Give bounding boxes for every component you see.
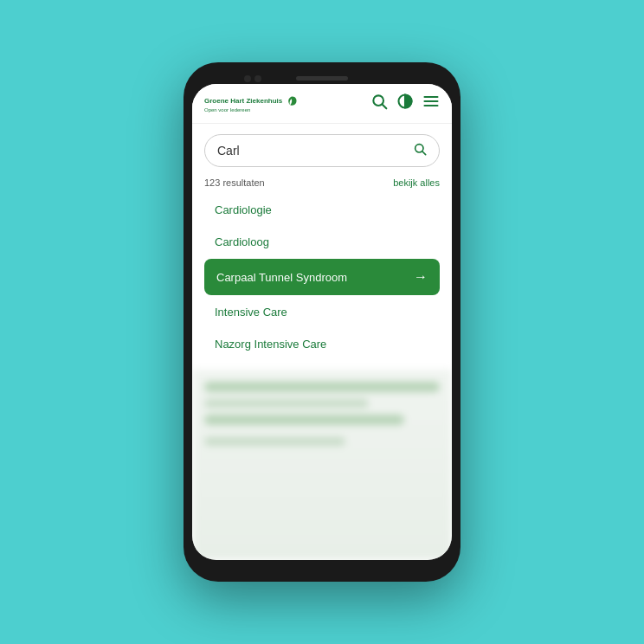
blurred-line-3	[204, 415, 404, 425]
header-search-icon[interactable]	[370, 93, 388, 114]
blurred-line-2	[204, 399, 369, 408]
logo-leaf-icon	[287, 95, 299, 107]
results-list: Cardiologie Cardioloog Carpaal Tunnel Sy…	[192, 195, 452, 359]
phone-camera-right	[254, 75, 261, 82]
header-contrast-icon[interactable]	[396, 93, 414, 114]
results-header: 123 resultaten bekijk alles	[192, 174, 452, 195]
result-item-cardioloog[interactable]: Cardioloog	[204, 227, 440, 257]
arrow-right-icon: →	[414, 269, 428, 285]
phone-camera-left	[244, 75, 251, 82]
search-box[interactable]: Carl	[204, 134, 440, 167]
blurred-line-4	[204, 437, 345, 446]
search-container: Carl	[192, 124, 452, 174]
logo-area: Groene Hart Ziekenhuis Open voor Iederee…	[204, 95, 299, 113]
blurred-content-area	[192, 370, 452, 560]
blurred-line-1	[204, 382, 440, 392]
result-item-cardiologie[interactable]: Cardiologie	[204, 195, 440, 225]
result-label-carpaal: Carpaal Tunnel Syndroom	[216, 271, 347, 284]
logo-subtitle: Open voor Iedereen	[204, 107, 299, 113]
view-all-link[interactable]: bekijk alles	[393, 177, 440, 188]
header-icons-group	[370, 93, 440, 114]
phone-device: Groene Hart Ziekenhuis Open voor Iederee…	[184, 62, 460, 582]
phone-notch	[192, 71, 452, 84]
result-item-intensive-care[interactable]: Intensive Care	[204, 297, 440, 327]
results-count: 123 resultaten	[204, 177, 265, 188]
result-item-carpaal[interactable]: Carpaal Tunnel Syndroom →	[204, 259, 440, 295]
phone-screen: Groene Hart Ziekenhuis Open voor Iederee…	[192, 84, 452, 560]
svg-line-7	[422, 151, 426, 155]
search-input[interactable]: Carl	[217, 144, 413, 158]
search-submit-icon[interactable]	[413, 142, 427, 159]
header-menu-icon[interactable]	[422, 93, 440, 114]
svg-line-1	[383, 105, 387, 109]
app-header: Groene Hart Ziekenhuis Open voor Iederee…	[192, 84, 452, 124]
phone-speaker	[296, 76, 348, 80]
result-item-nazorg[interactable]: Nazorg Intensive Care	[204, 329, 440, 359]
logo-title: Groene Hart Ziekenhuis	[204, 97, 282, 106]
